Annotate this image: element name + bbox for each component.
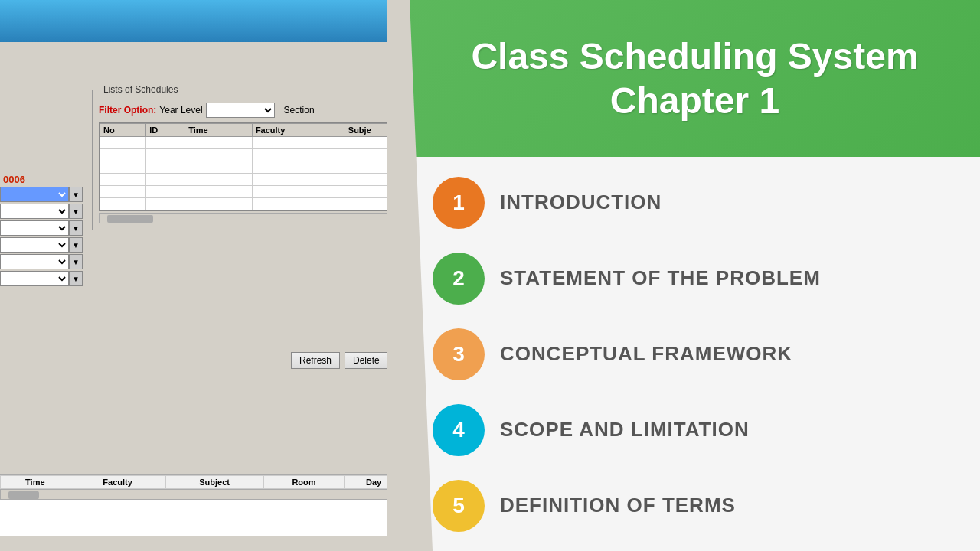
table-row (100, 174, 421, 186)
bottom-scrollbar-thumb (8, 491, 39, 499)
dropdown-arrow-2[interactable]: ▼ (69, 204, 83, 219)
sidebar-select-4[interactable] (0, 237, 69, 253)
bottom-col-subject: Subject (165, 476, 263, 489)
app-window: 0006 ▼ ▼ ▼ ▼ ▼ ▼ (0, 42, 436, 551)
horizontal-scrollbar[interactable] (99, 213, 422, 223)
item-text-4: SCOPE AND LIMITATION (500, 418, 750, 442)
bottom-table-area: Time Faculty Subject Room Day Y (0, 474, 436, 536)
sidebar-dropdown-5[interactable]: ▼ (0, 254, 88, 269)
slide-header: Class Scheduling System Chapter 1 (410, 0, 980, 157)
delete-button[interactable]: Delete (345, 352, 388, 369)
dropdown-arrow-1[interactable]: ▼ (69, 187, 83, 202)
item-text-5: DEFINITION OF TERMS (500, 494, 736, 517)
circle-badge-2: 2 (433, 253, 485, 305)
group-label: Lists of Schedules (100, 84, 181, 95)
app-top-bar (0, 0, 436, 42)
table-row (100, 161, 421, 174)
bottom-scrollbar[interactable] (0, 489, 436, 500)
circle-badge-1: 1 (433, 177, 485, 229)
schedule-table-wrapper: No ID Time Faculty Subje (99, 122, 422, 211)
sidebar-dropdown-2[interactable]: ▼ (0, 204, 88, 219)
sidebar-select-6[interactable] (0, 271, 69, 286)
section-label: Section (284, 105, 315, 116)
slide-item-4: 4SCOPE AND LIMITATION (433, 404, 957, 456)
table-row (100, 149, 421, 161)
sidebar-dropdown-1[interactable]: ▼ (0, 187, 88, 202)
bottom-col-room: Room (263, 476, 345, 489)
refresh-button[interactable]: Refresh (291, 352, 340, 369)
slide-item-3: 3CONCEPTUAL FRAMEWORK (433, 328, 957, 380)
item-text-3: CONCEPTUAL FRAMEWORK (500, 342, 792, 366)
slide-item-2: 2STATEMENT OF THE PROBLEM (433, 253, 957, 305)
filter-row: Filter Option: Year Level Section (99, 103, 422, 118)
table-row (100, 198, 421, 210)
col-faculty: Faculty (252, 124, 345, 137)
sidebar-select-3[interactable] (0, 220, 69, 236)
sidebar-dropdown-6[interactable]: ▼ (0, 271, 88, 286)
circle-badge-3: 3 (433, 328, 485, 380)
app-panel: 0006 ▼ ▼ ▼ ▼ ▼ ▼ (0, 0, 436, 551)
dropdown-arrow-5[interactable]: ▼ (69, 254, 83, 269)
dropdown-arrow-3[interactable]: ▼ (69, 220, 83, 236)
bottom-table: Time Faculty Subject Room Day Y (0, 475, 436, 489)
dropdown-arrow-4[interactable]: ▼ (69, 237, 83, 253)
sidebar-dropdown-3[interactable]: ▼ (0, 220, 88, 236)
left-sidebar: 0006 ▼ ▼ ▼ ▼ ▼ ▼ (0, 172, 88, 288)
slide-content: 1INTRODUCTION2STATEMENT OF THE PROBLEM3C… (410, 157, 980, 551)
bottom-col-time: Time (1, 476, 70, 489)
slide-panel: Class Scheduling System Chapter 1 1INTRO… (410, 0, 980, 551)
filter-option-label: Filter Option: (99, 105, 156, 116)
scrollbar-thumb (107, 215, 153, 223)
schedule-table: No ID Time Faculty Subje (100, 123, 421, 210)
schedules-group: Lists of Schedules Filter Option: Year L… (92, 90, 429, 230)
item-text-1: INTRODUCTION (500, 191, 662, 214)
sidebar-select-1[interactable] (0, 187, 69, 202)
circle-badge-4: 4 (433, 404, 485, 456)
filter-year-level-text: Year Level (159, 105, 202, 116)
sidebar-select-5[interactable] (0, 254, 69, 269)
table-row (100, 137, 421, 149)
slide-item-5: 5DEFINITION OF TERMS (433, 480, 957, 532)
year-level-select[interactable] (206, 103, 275, 118)
table-row (100, 186, 421, 198)
bottom-col-faculty: Faculty (70, 476, 165, 489)
slide-title-line2: Chapter 1 (610, 80, 779, 121)
sidebar-select-2[interactable] (0, 204, 69, 219)
slide-title-line1: Class Scheduling System (471, 36, 918, 77)
col-time: Time (185, 124, 253, 137)
dropdown-arrow-6[interactable]: ▼ (69, 271, 83, 286)
item-text-2: STATEMENT OF THE PROBLEM (500, 266, 821, 290)
col-id: ID (146, 124, 185, 137)
slide-item-1: 1INTRODUCTION (433, 177, 957, 229)
sidebar-dropdown-4[interactable]: ▼ (0, 237, 88, 253)
col-no: No (100, 124, 146, 137)
circle-badge-5: 5 (433, 480, 485, 532)
code-label: 0006 (0, 172, 88, 187)
slide-title: Class Scheduling System Chapter 1 (471, 34, 918, 122)
